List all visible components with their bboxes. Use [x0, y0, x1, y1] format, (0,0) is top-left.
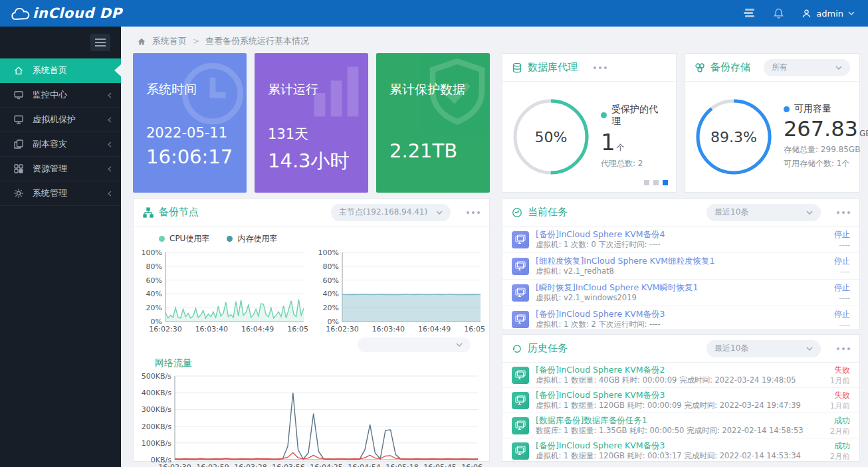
svg-text:16:05:52: 16:05:52 [287, 325, 309, 333]
server-list-icon[interactable] [742, 8, 756, 19]
card-protected-data: 累计保护数据 2.21TB [376, 53, 490, 193]
legend-dot [784, 106, 790, 112]
task-time: ---- [834, 320, 850, 330]
task-title[interactable]: [备份]InCloud Sphere KVM备份4 [536, 229, 827, 240]
task-detail: 数据库: 1 数据量: 1.35GB 耗时: 00:00:50 完成时间: 20… [536, 426, 823, 436]
task-row: [备份]InCloud Sphere KVM备份3 虚拟机: 1 数据量: 12… [502, 388, 859, 413]
bell-icon[interactable] [773, 7, 784, 19]
panel-current-tasks: 当前任务 最近10条 [备份]InCloud Sphere KVM备份4 虚拟机… [502, 198, 860, 330]
svg-text:20%: 20% [323, 304, 339, 312]
sidebar-item-vm-protect[interactable]: 虚拟机保护 [0, 108, 121, 132]
storage-filter-select[interactable]: 所有 [764, 59, 850, 76]
sidebar-item-monitor-center[interactable]: 监控中心 [0, 83, 121, 108]
vm-task-icon [512, 231, 529, 248]
task-title[interactable]: [数据库备份]数据库备份任务1 [536, 415, 823, 426]
svg-text:16:05:45: 16:05:45 [423, 463, 456, 467]
task-row: [数据库备份]数据库备份任务1 数据库: 1 数据量: 1.35GB 耗时: 0… [502, 413, 859, 438]
user-menu[interactable]: admin [802, 9, 855, 19]
chevron-left-icon [108, 117, 112, 123]
chevron-down-icon [806, 347, 813, 351]
task-title[interactable]: [备份]InCloud Sphere KVM备份3 [536, 390, 823, 401]
stop-task-button[interactable]: 停止 [834, 256, 850, 266]
agent-total: 代理总数: 2 [601, 157, 667, 171]
history-tasks-filter-select[interactable]: 最近10条 [706, 340, 821, 357]
task-title[interactable]: [备份]InCloud Sphere KVM备份2 [536, 365, 823, 375]
svg-text:16:02:30: 16:02:30 [326, 325, 358, 333]
svg-text:60%: 60% [323, 276, 339, 285]
vm-task-icon [512, 284, 529, 302]
task-row: [备份]InCloud Sphere KVM备份3 虚拟机: 1 数据量: 12… [502, 438, 859, 463]
sidebar-item-label: 系统首页 [33, 64, 67, 76]
home-icon [13, 65, 24, 76]
vm-task-icon [512, 392, 529, 409]
breadcrumb-separator: > [193, 37, 199, 46]
db-agent-percent: 50% [512, 98, 590, 176]
task-detail: 虚拟机: v2.1_redhat8 [536, 266, 827, 276]
more-options-icon[interactable] [837, 211, 850, 214]
sidebar-item-label: 副本容灾 [33, 138, 67, 150]
svg-text:100%: 100% [142, 248, 162, 257]
node-select[interactable]: 主节点(192.168.94.41) [331, 204, 451, 221]
more-options-icon[interactable] [594, 66, 607, 69]
svg-text:40%: 40% [146, 290, 162, 298]
svg-text:16:03:40: 16:03:40 [195, 325, 228, 333]
task-title[interactable]: [备份]InCloud Sphere KVM备份3 [536, 440, 823, 451]
card-title: 系统时间 [146, 81, 247, 98]
network-interface-select[interactable] [358, 337, 471, 352]
storage-icon [695, 62, 705, 73]
panel-title: 备份存储 [710, 61, 750, 74]
breadcrumb-current: 查看备份系统运行基本情况 [205, 35, 309, 47]
sidebar-collapse-button[interactable] [90, 34, 110, 51]
status-badge: 成功 [830, 415, 850, 426]
task-detail: 虚拟机: 1 数据量: 120GB 耗时: 00:03:17 完成时间: 202… [536, 451, 823, 461]
panel-history-tasks: 历史任务 最近10条 [备份]InCloud Sphere KVM备份2 虚拟机… [502, 334, 860, 462]
task-time: ---- [834, 266, 850, 277]
more-options-icon[interactable] [467, 211, 480, 214]
legend-label: 可用容量 [794, 103, 831, 115]
svg-text:100KB/s: 100KB/s [142, 439, 171, 448]
storage-percent: 89.3% [695, 98, 773, 176]
task-time: 2月前 [830, 451, 850, 462]
task-title[interactable]: [备份]InCloud Sphere KVM备份3 [536, 309, 827, 320]
db-agent-donut-chart: 50% [512, 98, 590, 176]
svg-text:16:04:54: 16:04:54 [348, 463, 380, 467]
task-row: [备份]InCloud Sphere KVM备份3 虚拟机: 1 次数: 2 下… [502, 306, 859, 332]
cloud-logo-icon [11, 8, 31, 21]
storage-donut-chart: 89.3% [695, 98, 773, 176]
more-options-icon[interactable] [837, 347, 850, 350]
breadcrumb-home[interactable]: 系统首页 [152, 35, 187, 47]
available-capacity: 267.83 [784, 116, 858, 141]
task-title[interactable]: [瞬时恢复]InCloud Sphere KVM瞬时恢复1 [536, 282, 827, 293]
carousel-pager[interactable] [644, 180, 668, 185]
legend-label: 内存使用率 [237, 233, 277, 244]
panel-db-agent: 数据库代理 50% 受保护的代理 1个 代理总数: 2 [502, 53, 677, 193]
stop-task-button[interactable]: 停止 [834, 229, 850, 240]
status-badge: 失败 [830, 365, 850, 375]
sidebar-item-replica-dr[interactable]: 副本容灾 [0, 132, 121, 157]
stop-task-button[interactable]: 停止 [834, 282, 850, 293]
task-time: ---- [834, 293, 850, 304]
chevron-down-icon [456, 343, 463, 347]
task-title[interactable]: [细粒度恢复]InCloud Sphere KVM细粒度恢复1 [536, 256, 827, 266]
chevron-down-icon [436, 211, 443, 215]
vm-task-icon [512, 367, 529, 384]
monitor-icon [13, 90, 24, 100]
svg-text:16:06:09: 16:06:09 [461, 463, 483, 467]
sidebar-item-system-settings[interactable]: 系统管理 [0, 181, 121, 206]
chevron-down-icon [848, 11, 855, 15]
sidebar-item-label: 监控中心 [33, 89, 67, 101]
sidebar-item-home[interactable]: 系统首页 [0, 58, 121, 83]
replica-icon [13, 139, 24, 149]
vm-task-icon [512, 417, 529, 434]
network-traffic-title: 网络流量 [155, 357, 489, 369]
task-row: [备份]InCloud Sphere KVM备份2 虚拟机: 1 数据量: 40… [502, 363, 859, 388]
chevron-left-icon [108, 141, 112, 147]
current-tasks-filter-select[interactable]: 最近10条 [706, 204, 821, 221]
task-detail: 虚拟机: 1 数据量: 40GB 耗时: 00:00:09 完成时间: 2022… [536, 375, 823, 385]
system-date: 2022-05-11 [146, 125, 247, 141]
stop-task-button[interactable]: 停止 [834, 309, 850, 320]
protected-data-total: 2.21TB [389, 140, 490, 162]
task-time: 1月前 [830, 401, 850, 411]
sidebar-item-resources[interactable]: 资源管理 [0, 157, 121, 181]
svg-text:16:02:59: 16:02:59 [196, 463, 229, 467]
